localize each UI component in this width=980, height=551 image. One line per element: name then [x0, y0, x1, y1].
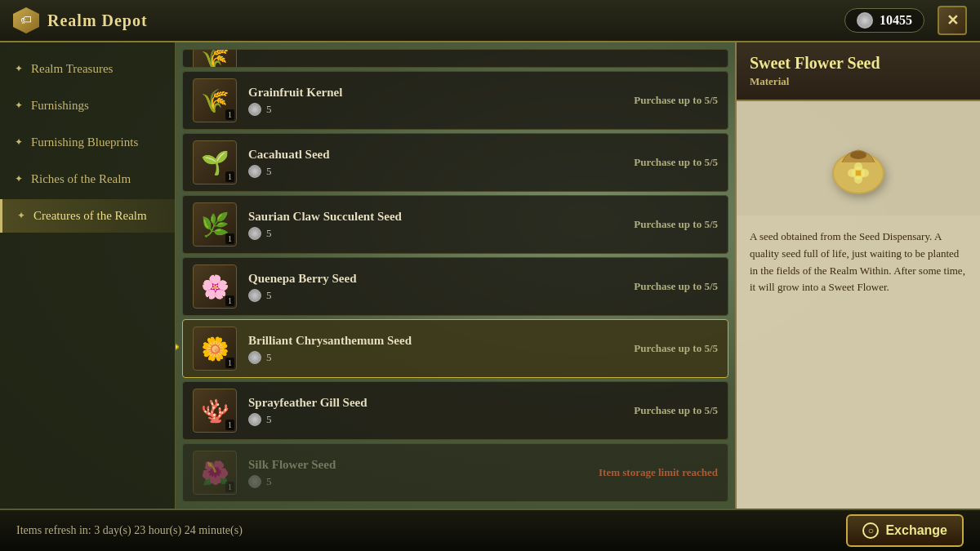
item-detail-svg — [817, 118, 899, 199]
item-info-grainfruit: Grainfruit Kernel 5 — [248, 86, 634, 116]
detail-panel: Sweet Flower Seed Material — [735, 42, 980, 509]
table-row[interactable]: 🌸 1 Quenepa Berry Seed 5 Purchase up to … — [182, 257, 728, 316]
item-list: 🌾 1 🌾 1 Grainfruit Kernel 5 Purchase — [176, 42, 735, 509]
app-title: Realm Depot — [47, 11, 148, 30]
item-limit-sprayfeather: Purchase up to 5/5 — [634, 404, 718, 417]
item-icon-quenepa: 🌸 1 — [193, 264, 237, 309]
item-name-silk: Silk Flower Seed — [248, 458, 599, 472]
cost-value-sprayfeather: 5 — [266, 413, 272, 426]
svg-point-6 — [848, 169, 856, 177]
cost-icon-7 — [248, 475, 261, 488]
sidebar-item-furnishings[interactable]: ✦ Furnishings — [0, 89, 175, 122]
item-cost-brilliant: 5 — [248, 351, 634, 364]
table-row[interactable]: 🌾 1 Grainfruit Kernel 5 Purchase up to 5… — [182, 71, 728, 130]
cost-icon-4 — [248, 289, 261, 302]
item-cost-sprayfeather: 5 — [248, 413, 634, 426]
detail-title: Sweet Flower Seed — [750, 54, 967, 73]
item-badge-cacahuatl: 1 — [225, 171, 234, 182]
svg-marker-0 — [176, 331, 179, 363]
diamond-icon-2: ✦ — [15, 100, 23, 112]
item-info-brilliant: Brilliant Chrysanthemum Seed 5 — [248, 334, 634, 364]
sidebar-item-realm-treasures[interactable]: ✦ Realm Treasures — [0, 52, 175, 86]
item-badge: 1 — [225, 68, 234, 69]
diamond-icon-1: ✦ — [15, 63, 23, 75]
table-row-brilliant[interactable]: 🌼 1 Brilliant Chrysanthemum Seed 5 Purch… — [182, 319, 728, 378]
storage-limit-label: Item storage limit reached — [599, 466, 718, 479]
table-row[interactable]: 🪸 1 Sprayfeather Gill Seed 5 Purchase up… — [182, 381, 728, 440]
cost-value-cacahuatl: 5 — [266, 165, 272, 178]
item-info-quenepa: Quenepa Berry Seed 5 — [248, 272, 634, 302]
sidebar-label-riches: Riches of the Realm — [31, 172, 131, 186]
item-limit-grainfruit: Purchase up to 5/5 — [634, 94, 718, 107]
item-info-sprayfeather: Sprayfeather Gill Seed 5 — [248, 396, 634, 426]
detail-image — [817, 118, 899, 199]
item-icon-saurian: 🌿 1 — [193, 202, 237, 247]
cost-value-quenepa: 5 — [266, 289, 272, 302]
currency-amount: 10455 — [880, 13, 912, 28]
bottom-bar: Items refresh in: 3 day(s) 23 hour(s) 24… — [0, 509, 980, 551]
currency-display: 10455 — [844, 8, 924, 33]
sidebar-item-furnishing-blueprints[interactable]: ✦ Furnishing Blueprints — [0, 126, 175, 159]
item-icon-cacahuatl: 🌱 1 — [193, 140, 237, 184]
item-icon-grainfruit: 🌾 1 — [193, 78, 237, 122]
item-limit-saurian: Purchase up to 5/5 — [634, 218, 718, 231]
exchange-button[interactable]: ○ Exchange — [846, 514, 964, 547]
item-cost-saurian: 5 — [248, 227, 634, 240]
sidebar-label-creatures: Creatures of the Realm — [33, 209, 147, 223]
cost-icon-5 — [248, 351, 261, 364]
exchange-label: Exchange — [885, 523, 947, 538]
item-limit-brilliant: Purchase up to 5/5 — [634, 342, 718, 355]
item-badge-sprayfeather: 1 — [225, 420, 234, 430]
item-name-quenepa: Quenepa Berry Seed — [248, 272, 634, 286]
item-name-grainfruit: Grainfruit Kernel — [248, 86, 634, 100]
item-cost-silk: 5 — [248, 475, 599, 488]
sidebar-label-realm-treasures: Realm Treasures — [31, 62, 113, 76]
cost-icon-2 — [248, 165, 261, 178]
item-info-cacahuatl: Cacahuatl Seed 5 — [248, 148, 634, 178]
shop-icon: 🏷 — [13, 7, 39, 33]
top-bar-left: 🏷 Realm Depot — [13, 7, 148, 33]
cost-icon-3 — [248, 227, 261, 240]
sidebar-label-furnishing-blueprints: Furnishing Blueprints — [31, 136, 138, 149]
cost-value-saurian: 5 — [266, 227, 272, 240]
table-row[interactable]: 🌾 1 — [182, 49, 728, 68]
svg-point-5 — [855, 170, 862, 176]
svg-point-7 — [861, 169, 869, 177]
cost-value-silk: 5 — [266, 475, 272, 488]
table-row[interactable]: 🌱 1 Cacahuatl Seed 5 Purchase up to 5/5 — [182, 133, 728, 192]
table-row[interactable]: 🌿 1 Saurian Claw Succulent Seed 5 Purcha… — [182, 195, 728, 254]
item-icon: 🌾 1 — [193, 49, 237, 68]
item-name-sprayfeather: Sprayfeather Gill Seed — [248, 396, 634, 410]
cost-icon — [248, 103, 261, 116]
close-button[interactable]: ✕ — [938, 6, 967, 35]
item-info-saurian: Saurian Claw Succulent Seed 5 — [248, 210, 634, 240]
center-content: 🌾 1 🌾 1 Grainfruit Kernel 5 Purchase — [176, 42, 735, 509]
sidebar-item-creatures-of-realm[interactable]: ✦ Creatures of the Realm — [0, 199, 175, 233]
arrow-indicator — [176, 331, 179, 367]
sidebar-item-riches-of-realm[interactable]: ✦ Riches of the Realm — [0, 162, 175, 196]
svg-point-9 — [854, 176, 862, 184]
item-cost-cacahuatl: 5 — [248, 165, 634, 178]
item-badge-grainfruit: 1 — [225, 109, 234, 120]
diamond-icon-3: ✦ — [15, 136, 23, 149]
seed-bag-icon: 🌾 — [201, 49, 229, 68]
detail-image-area — [737, 101, 980, 216]
item-info-silk: Silk Flower Seed 5 — [248, 458, 599, 488]
main-layout: ✦ Realm Treasures ✦ Furnishings ✦ Furnis… — [0, 42, 980, 509]
item-badge-saurian: 1 — [225, 233, 234, 244]
item-cost-grainfruit: 5 — [248, 103, 634, 116]
item-icon-silk: 🌺 1 — [193, 451, 237, 495]
item-cost-quenepa: 5 — [248, 289, 634, 302]
refresh-text: Items refresh in: 3 day(s) 23 hour(s) 24… — [16, 524, 243, 537]
detail-subtitle: Material — [750, 75, 967, 88]
top-bar: 🏷 Realm Depot 10455 ✕ — [0, 0, 980, 42]
sidebar-label-furnishings: Furnishings — [31, 99, 89, 113]
table-row[interactable]: 🌺 1 Silk Flower Seed 5 Item storage limi… — [182, 443, 728, 502]
svg-point-3 — [850, 151, 866, 159]
item-badge-quenepa: 1 — [225, 295, 234, 306]
item-limit-quenepa: Purchase up to 5/5 — [634, 280, 718, 293]
top-bar-right: 10455 ✕ — [844, 6, 967, 35]
cost-value-brilliant: 5 — [266, 351, 272, 364]
cost-icon-6 — [248, 413, 261, 426]
item-icon-sprayfeather: 🪸 1 — [193, 389, 237, 433]
